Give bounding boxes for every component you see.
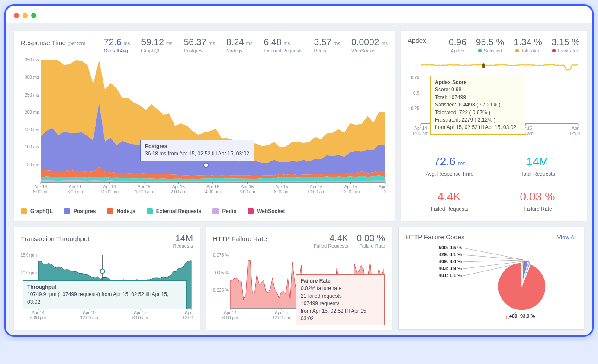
svg-text:10:00 pm: 10:00 pm — [100, 190, 119, 194]
legend-item[interactable]: GraphQL — [21, 208, 53, 214]
panel-title: HTTP Failure Rate — [213, 235, 267, 242]
svg-text:400: 93.9 %: 400: 93.9 % — [509, 313, 535, 319]
svg-text:Apr 14: Apr 14 — [32, 310, 45, 315]
apdex-chart[interactable]: 0.250.50.751Apr 146:00 pmApr 1512:00 amA… — [408, 61, 580, 141]
stat: 0.96Apdex — [449, 37, 466, 53]
svg-text:6:00 am: 6:00 am — [132, 316, 148, 320]
svg-text:12:00 am: 12:00 am — [80, 316, 98, 320]
svg-line-102 — [463, 260, 526, 262]
svg-text:0.05 %: 0.05 % — [215, 271, 229, 275]
svg-text:12:00 pm: 12:00 pm — [182, 316, 193, 320]
panel-title: Apdex — [408, 37, 426, 44]
legend-item[interactable]: External Requests — [147, 208, 202, 214]
window-close-icon[interactable] — [14, 13, 19, 18]
legend-item[interactable]: WebSocket — [248, 208, 285, 214]
svg-text:350 ms: 350 ms — [25, 58, 39, 62]
svg-text:429: 0.1 %: 429: 0.1 % — [439, 252, 462, 257]
svg-text:6:00 pm: 6:00 pm — [222, 316, 238, 320]
legend-item[interactable]: Postgres — [64, 208, 96, 214]
panel-response-time: Response Time (per txn) 72.6 msOverall A… — [14, 31, 395, 221]
stat-value: 14M — [173, 233, 193, 243]
svg-text:4:00 am: 4:00 am — [205, 190, 221, 194]
svg-text:12:00 pm: 12:00 pm — [342, 190, 360, 194]
stat-label: Requests — [173, 243, 193, 248]
view-all-link[interactable]: View All — [557, 234, 577, 241]
svg-text:409: 3.4 %: 409: 3.4 % — [439, 259, 462, 264]
svg-text:Apr 15: Apr 15 — [275, 310, 288, 315]
svg-text:403: 0.9 %: 403: 0.9 % — [439, 266, 462, 271]
svg-text:0.075 %: 0.075 % — [213, 253, 229, 258]
svg-text:200 ms: 200 ms — [25, 110, 39, 115]
svg-text:150 ms: 150 ms — [25, 127, 39, 132]
stat: 95.5 %Satisfied — [476, 37, 504, 53]
svg-text:8:00 am: 8:00 am — [274, 190, 289, 194]
svg-text:12:00 am: 12:00 am — [272, 316, 290, 320]
panel-failure-rate: HTTP Failure Rate 4.4KFailed Requests0.0… — [206, 227, 392, 330]
titlebar — [6, 6, 592, 23]
svg-text:Apr 15: Apr 15 — [134, 310, 147, 315]
svg-text:250 ms: 250 ms — [25, 93, 39, 97]
kpi: 72.6 msAvg. Response Time — [408, 151, 492, 181]
svg-point-79 — [100, 269, 105, 274]
stat: 8.24 msNode.js — [226, 37, 253, 53]
panel-apdex: Apdex 0.96Apdex95.5 %Satisfied1.34 %Tole… — [401, 31, 587, 221]
svg-text:10:00 am: 10:00 am — [307, 190, 325, 194]
svg-text:6:00 pm: 6:00 pm — [413, 131, 428, 136]
panel-subtitle: (per txn) — [68, 41, 85, 46]
svg-text:100 ms: 100 ms — [25, 145, 39, 149]
kpi: 14MTotal Requests — [496, 151, 580, 181]
kpi: 0.03 %Failure Rate — [496, 186, 580, 216]
panel-title: Response Time — [21, 39, 66, 46]
svg-text:0.25: 0.25 — [411, 106, 420, 111]
svg-text:15K rpm: 15K rpm — [21, 253, 37, 258]
svg-text:Apr 15: Apr 15 — [344, 184, 357, 189]
panel-throughput: Transaction Throughput 14M Requests 5K r… — [14, 227, 200, 330]
svg-text:Apr 14: Apr 14 — [103, 184, 116, 189]
svg-text:Apr 15: Apr 15 — [172, 184, 185, 189]
svg-text:6:00 pm: 6:00 pm — [33, 190, 48, 194]
stat: 0.0002 msWebSocket — [351, 37, 388, 53]
svg-text:Apr 15: Apr 15 — [138, 184, 151, 189]
tooltip-failure-rate: Failure Rate 0.02% failure rate21 failed… — [296, 274, 385, 325]
failure-rate-chart[interactable]: 0.025 %0.05 %0.075 %Apr 146:00 pmApr 151… — [213, 252, 385, 325]
app-window: Response Time (per txn) 72.6 msOverall A… — [4, 4, 594, 337]
svg-text:Apr 15: Apr 15 — [83, 310, 96, 315]
svg-text:2: 2 — [384, 190, 386, 194]
svg-text:0.5: 0.5 — [413, 91, 419, 96]
svg-text:500: 0.5 %: 500: 0.5 % — [439, 245, 462, 250]
window-min-icon[interactable] — [23, 13, 28, 18]
svg-text:Apr 15: Apr 15 — [275, 184, 288, 189]
stat: 0.03 %Failure Rate — [357, 233, 385, 248]
svg-text:6:00 pm: 6:00 pm — [30, 316, 46, 320]
svg-text:50 ms: 50 ms — [27, 162, 39, 167]
tooltip-apdex: Apdex Score Score: 0.98Total: 107499Sati… — [430, 76, 525, 135]
stat: 6.48 msExternal Requests — [264, 37, 303, 53]
svg-text:401: 1.1 %: 401: 1.1 % — [439, 273, 462, 278]
svg-text:Apr 15: Apr 15 — [379, 184, 388, 189]
throughput-chart[interactable]: 5K rpm10K rpm15K rpmApr 146:00 pmApr 151… — [21, 252, 193, 325]
tooltip-postgres: Postgres 36.18 ms from Apr 15, 02:52 til… — [140, 140, 254, 161]
svg-text:Apr 14: Apr 14 — [34, 184, 47, 189]
legend-item[interactable]: Redis — [212, 208, 236, 214]
stat: 4.4KFailed Requests — [314, 233, 348, 248]
svg-text:1: 1 — [417, 61, 419, 65]
response-time-chart[interactable]: 50 ms100 ms150 ms200 ms250 ms300 ms350 m… — [21, 57, 388, 204]
svg-text:10K rpm: 10K rpm — [21, 271, 37, 275]
svg-line-98 — [463, 248, 523, 260]
svg-text:Apr 14: Apr 14 — [414, 126, 427, 131]
panel-title: Transaction Throughput — [21, 235, 89, 242]
svg-text:0.75: 0.75 — [411, 75, 420, 80]
kpi: 4.4KFailed Requests — [408, 186, 492, 216]
stat: 56.37 msPostgres — [184, 37, 215, 53]
svg-text:12:00 am: 12:00 am — [135, 190, 153, 194]
stat: 59.12 msGraphQL — [141, 37, 172, 53]
svg-text:Apr 15: Apr 15 — [241, 184, 254, 189]
stat: 3.57 msRedis — [314, 37, 340, 53]
legend-item[interactable]: Node.js — [107, 208, 135, 214]
svg-text:Apr 14: Apr 14 — [224, 310, 237, 315]
stat: 1.34 %Tolerated — [514, 37, 542, 53]
svg-point-43 — [204, 163, 208, 168]
failure-codes-pie[interactable]: 500: 0.5 %429: 0.1 %409: 3.4 %403: 0.9 %… — [405, 241, 578, 323]
window-max-icon[interactable] — [31, 13, 36, 18]
svg-text:Apr 15: Apr 15 — [572, 126, 580, 131]
